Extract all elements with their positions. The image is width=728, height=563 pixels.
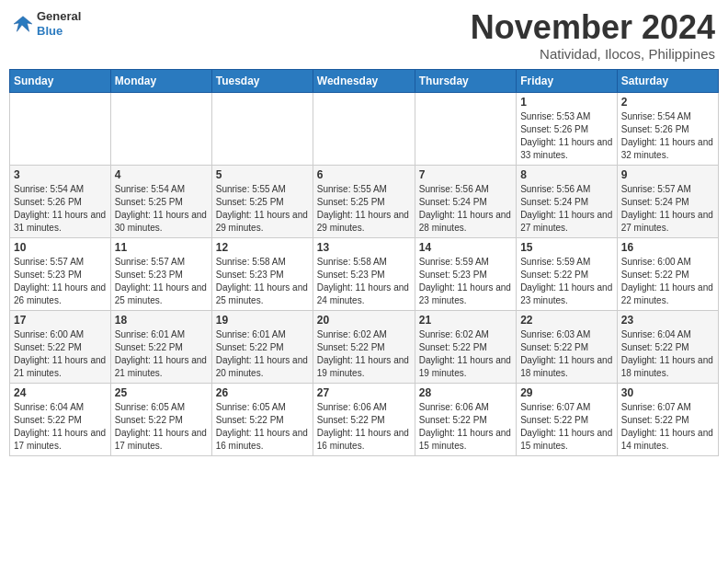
day-info: Daylight: 11 hours and 21 minutes. xyxy=(14,354,107,380)
location-title: Natividad, Ilocos, Philippines xyxy=(471,46,715,62)
day-number: 23 xyxy=(621,314,714,327)
day-info: Sunrise: 6:00 AM xyxy=(621,256,714,269)
day-number: 30 xyxy=(621,386,714,399)
day-number: 28 xyxy=(419,386,512,399)
day-number: 24 xyxy=(14,386,107,399)
day-info: Daylight: 11 hours and 33 minutes. xyxy=(520,136,613,162)
day-info: Sunset: 5:25 PM xyxy=(317,196,411,209)
day-info: Sunset: 5:26 PM xyxy=(520,123,613,136)
day-info: Sunset: 5:22 PM xyxy=(317,341,411,354)
day-number: 9 xyxy=(621,168,714,181)
weekday-header-saturday: Saturday xyxy=(617,69,718,92)
day-number: 15 xyxy=(520,241,613,254)
calendar-cell: 28Sunrise: 6:06 AMSunset: 5:22 PMDayligh… xyxy=(415,383,516,455)
day-number: 17 xyxy=(14,314,107,327)
day-info: Sunrise: 5:54 AM xyxy=(115,183,208,196)
day-info: Daylight: 11 hours and 18 minutes. xyxy=(621,354,714,380)
day-info: Sunrise: 6:06 AM xyxy=(419,401,512,414)
day-number: 21 xyxy=(419,314,512,327)
calendar-cell: 13Sunrise: 5:58 AMSunset: 5:23 PMDayligh… xyxy=(313,237,415,310)
day-info: Sunrise: 6:06 AM xyxy=(317,401,411,414)
day-info: Sunset: 5:22 PM xyxy=(419,341,512,354)
day-info: Daylight: 11 hours and 18 minutes. xyxy=(520,354,613,380)
day-info: Daylight: 11 hours and 25 minutes. xyxy=(216,282,309,307)
day-info: Sunrise: 6:03 AM xyxy=(520,328,613,341)
day-number: 11 xyxy=(115,241,208,254)
calendar-cell xyxy=(10,92,111,165)
calendar-cell: 29Sunrise: 6:07 AMSunset: 5:22 PMDayligh… xyxy=(517,383,618,455)
calendar-cell: 5Sunrise: 5:55 AMSunset: 5:25 PMDaylight… xyxy=(211,165,313,237)
svg-marker-0 xyxy=(14,16,32,31)
day-info: Sunset: 5:22 PM xyxy=(520,269,613,282)
day-number: 13 xyxy=(317,241,411,254)
day-info: Sunset: 5:22 PM xyxy=(520,341,613,354)
day-number: 18 xyxy=(115,314,208,327)
weekday-header-tuesday: Tuesday xyxy=(211,69,313,92)
day-info: Daylight: 11 hours and 16 minutes. xyxy=(317,427,411,453)
day-number: 20 xyxy=(317,314,411,327)
day-info: Sunset: 5:22 PM xyxy=(621,269,714,282)
day-info: Sunrise: 5:59 AM xyxy=(419,256,512,269)
day-info: Daylight: 11 hours and 14 minutes. xyxy=(621,427,714,453)
day-info: Sunrise: 6:04 AM xyxy=(621,328,714,341)
day-info: Sunset: 5:25 PM xyxy=(216,196,309,209)
day-info: Daylight: 11 hours and 25 minutes. xyxy=(115,282,208,307)
logo-blue: Blue xyxy=(37,24,81,39)
calendar-cell: 21Sunrise: 6:02 AMSunset: 5:22 PMDayligh… xyxy=(415,310,516,383)
day-number: 5 xyxy=(216,168,309,181)
day-info: Daylight: 11 hours and 21 minutes. xyxy=(115,354,208,380)
calendar-cell: 14Sunrise: 5:59 AMSunset: 5:23 PMDayligh… xyxy=(415,237,516,310)
day-info: Sunset: 5:22 PM xyxy=(216,414,309,427)
day-info: Sunrise: 5:53 AM xyxy=(520,110,613,123)
day-info: Sunrise: 6:01 AM xyxy=(216,328,309,341)
day-info: Daylight: 11 hours and 15 minutes. xyxy=(520,427,613,453)
day-info: Sunset: 5:22 PM xyxy=(216,341,309,354)
day-info: Daylight: 11 hours and 22 minutes. xyxy=(621,282,714,307)
calendar-cell: 17Sunrise: 6:00 AMSunset: 5:22 PMDayligh… xyxy=(10,310,111,383)
day-info: Daylight: 11 hours and 23 minutes. xyxy=(419,282,512,307)
day-info: Daylight: 11 hours and 19 minutes. xyxy=(317,354,411,380)
week-row-3: 10Sunrise: 5:57 AMSunset: 5:23 PMDayligh… xyxy=(10,237,719,310)
day-info: Sunrise: 5:54 AM xyxy=(14,183,107,196)
day-number: 6 xyxy=(317,168,411,181)
day-info: Sunset: 5:22 PM xyxy=(419,414,512,427)
weekday-header-row: SundayMondayTuesdayWednesdayThursdayFrid… xyxy=(10,69,719,92)
day-info: Daylight: 11 hours and 24 minutes. xyxy=(317,282,411,307)
day-info: Sunset: 5:22 PM xyxy=(520,414,613,427)
day-number: 25 xyxy=(115,386,208,399)
day-info: Sunset: 5:23 PM xyxy=(419,269,512,282)
calendar-cell: 22Sunrise: 6:03 AMSunset: 5:22 PMDayligh… xyxy=(517,310,618,383)
day-info: Sunrise: 6:02 AM xyxy=(419,328,512,341)
calendar-cell xyxy=(211,92,313,165)
calendar-cell: 25Sunrise: 6:05 AMSunset: 5:22 PMDayligh… xyxy=(110,383,211,455)
calendar-cell: 20Sunrise: 6:02 AMSunset: 5:22 PMDayligh… xyxy=(313,310,415,383)
calendar-cell: 1Sunrise: 5:53 AMSunset: 5:26 PMDaylight… xyxy=(517,92,618,165)
day-info: Sunset: 5:23 PM xyxy=(115,269,208,282)
day-info: Sunrise: 6:07 AM xyxy=(621,401,714,414)
day-info: Daylight: 11 hours and 29 minutes. xyxy=(317,209,411,235)
calendar-cell xyxy=(313,92,415,165)
day-info: Sunrise: 6:01 AM xyxy=(115,328,208,341)
day-info: Sunrise: 5:57 AM xyxy=(14,256,107,269)
calendar-cell: 9Sunrise: 5:57 AMSunset: 5:24 PMDaylight… xyxy=(617,165,718,237)
logo-text: General Blue xyxy=(37,9,81,38)
day-info: Sunrise: 5:56 AM xyxy=(419,183,512,196)
page-header: General Blue November 2024 Natividad, Il… xyxy=(9,9,719,62)
day-number: 3 xyxy=(14,168,107,181)
month-title: November 2024 xyxy=(471,9,715,46)
week-row-2: 3Sunrise: 5:54 AMSunset: 5:26 PMDaylight… xyxy=(10,165,719,237)
day-info: Sunrise: 6:00 AM xyxy=(14,328,107,341)
day-info: Sunset: 5:22 PM xyxy=(621,414,714,427)
day-info: Sunset: 5:24 PM xyxy=(419,196,512,209)
day-info: Sunrise: 6:04 AM xyxy=(14,401,107,414)
day-number: 14 xyxy=(419,241,512,254)
day-info: Sunrise: 6:05 AM xyxy=(216,401,309,414)
calendar-cell: 2Sunrise: 5:54 AMSunset: 5:26 PMDaylight… xyxy=(617,92,718,165)
day-info: Sunrise: 5:58 AM xyxy=(216,256,309,269)
day-info: Sunset: 5:22 PM xyxy=(317,414,411,427)
calendar-cell: 18Sunrise: 6:01 AMSunset: 5:22 PMDayligh… xyxy=(110,310,211,383)
day-number: 2 xyxy=(621,96,714,109)
day-info: Daylight: 11 hours and 28 minutes. xyxy=(419,209,512,235)
day-info: Sunrise: 5:55 AM xyxy=(216,183,309,196)
day-info: Daylight: 11 hours and 32 minutes. xyxy=(621,136,714,162)
